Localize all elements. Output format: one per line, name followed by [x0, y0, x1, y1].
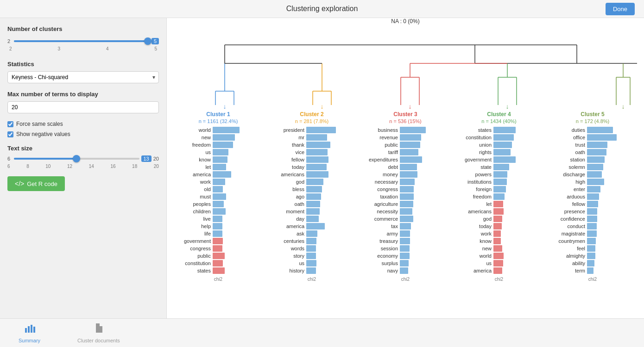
list-item: expenditures [360, 156, 450, 163]
list-item: foreign [454, 186, 544, 192]
term-label: necessary [360, 179, 400, 185]
r-code-section: </> Get R code [7, 176, 159, 191]
footer-item-summary[interactable]: Summary [19, 322, 40, 343]
term-bar [400, 245, 410, 252]
list-item: state [454, 164, 544, 170]
term-label: work [454, 231, 493, 236]
list-item: treasury [360, 238, 450, 244]
text-size-min: 6 [7, 156, 10, 161]
num-clusters-label: Number of clusters [7, 25, 159, 32]
text-size-thumb[interactable] [73, 155, 80, 162]
force-same-scales-checkbox[interactable] [7, 121, 13, 127]
list-item: must [173, 193, 263, 200]
show-negative-checkbox[interactable] [7, 131, 13, 137]
r-code-button[interactable]: </> Get R code [7, 176, 65, 191]
term-label: confidence [548, 216, 587, 222]
list-item: americans [267, 171, 357, 178]
list-item: constitution [173, 260, 263, 266]
list-item: world [173, 127, 263, 133]
term-label: union [454, 142, 493, 148]
list-item: union [454, 142, 544, 148]
term-bar [587, 230, 597, 237]
num-clusters-thumb[interactable] [144, 37, 152, 45]
term-label: office [548, 135, 587, 140]
list-item: presence [548, 208, 638, 215]
term-bar [213, 223, 222, 229]
list-item: conduct [548, 223, 638, 229]
term-label: money [360, 172, 400, 177]
list-item: live [173, 216, 263, 222]
list-item: business [360, 127, 450, 133]
list-item: know [173, 156, 263, 163]
term-label: america [173, 172, 213, 177]
term-bar [213, 156, 227, 163]
text-size-track[interactable] [14, 158, 139, 160]
list-item: congress [173, 245, 263, 252]
list-item: necessity [360, 208, 450, 215]
term-label: almighty [548, 253, 587, 259]
term-label: must [173, 194, 213, 199]
list-item: office [548, 134, 638, 141]
footer-item-cluster-docs[interactable]: Cluster documents [77, 322, 120, 343]
cluster-subtitle-4: n = 1434 (40%) [481, 118, 517, 124]
list-item: almighty [548, 253, 638, 259]
list-item: session [360, 245, 450, 252]
list-item: work [173, 179, 263, 185]
list-item: thank [267, 142, 357, 148]
term-bar [213, 260, 223, 266]
term-label: centuries [267, 238, 306, 244]
sidebar: Number of clusters 2 5 2 3 4 5 [0, 18, 167, 318]
term-bar [213, 149, 228, 155]
term-bar [213, 127, 240, 133]
list-item: institutions [454, 179, 544, 185]
term-label: ago [267, 194, 306, 199]
list-item: money [360, 171, 450, 178]
term-label: states [173, 268, 213, 273]
text-size-section: Text size 6 13 20 6 8 10 12 14 16 18 20 [7, 145, 159, 169]
term-label: necessity [360, 209, 400, 214]
term-label: magistrate [548, 231, 587, 236]
term-bar [400, 179, 415, 185]
term-label: peoples [173, 201, 213, 207]
cluster-title-5: Cluster 5 [581, 111, 604, 118]
term-bar [306, 127, 336, 133]
statistics-dropdown-wrapper: Keyness - Chi-squared ▾ [7, 71, 159, 83]
term-bar [213, 193, 226, 200]
term-bar [306, 245, 316, 252]
cluster-subtitle-2: n = 281 (7.8%) [295, 118, 328, 124]
term-bar [306, 223, 325, 229]
list-item: god [454, 216, 544, 222]
statistics-dropdown[interactable]: Keyness - Chi-squared [7, 71, 159, 83]
force-same-scales-row: Force same scales [7, 121, 159, 127]
term-label: constitution [454, 135, 493, 140]
term-bar [400, 223, 411, 229]
term-label: tax [360, 223, 400, 229]
term-label: americans [267, 172, 306, 177]
term-bar [400, 216, 413, 222]
term-bar [493, 156, 516, 163]
term-bar [493, 142, 512, 148]
list-item: revenue [360, 134, 450, 141]
cluster-title-1: Cluster 1 [206, 111, 230, 118]
term-label: state [454, 164, 493, 170]
term-label: debt [360, 164, 400, 170]
svg-rect-33 [28, 326, 30, 333]
list-item: work [454, 230, 544, 237]
term-bar [213, 201, 224, 207]
term-bar [306, 142, 330, 148]
term-label: america [267, 223, 306, 229]
term-bar [587, 216, 597, 222]
term-label: words [267, 246, 306, 251]
show-negative-row: Show negative values [7, 131, 159, 137]
term-label: station [548, 157, 587, 162]
chi2-label-5: chi2 [588, 277, 597, 282]
chart-icon [24, 322, 35, 336]
num-clusters-track[interactable] [14, 40, 148, 42]
term-label: new [173, 135, 213, 140]
term-label: know [454, 238, 493, 244]
done-button[interactable]: Done [606, 3, 635, 15]
list-item: trust [548, 142, 638, 148]
term-bar [213, 216, 222, 222]
term-label: history [267, 268, 306, 273]
max-terms-input[interactable] [7, 101, 159, 113]
